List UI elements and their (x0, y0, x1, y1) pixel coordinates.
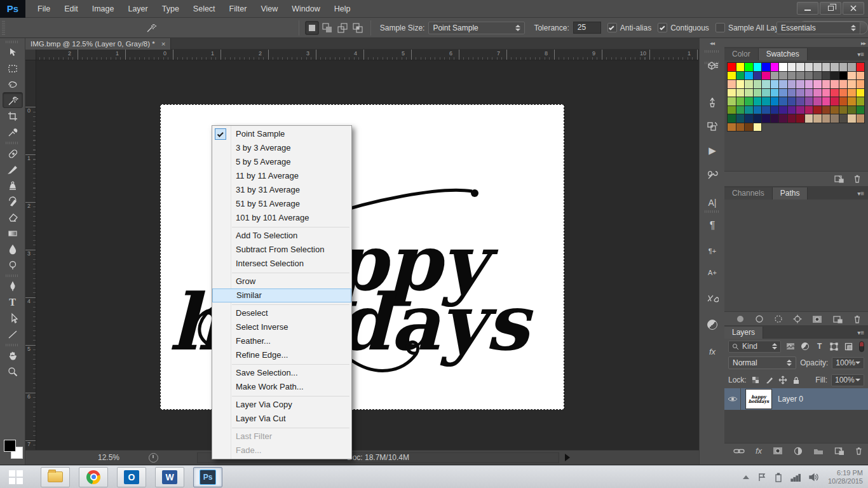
dodge-tool[interactable] (3, 257, 23, 273)
panel-menu-icon[interactable]: ▾≡ (857, 51, 864, 58)
tab-swatches[interactable]: Swatches (759, 48, 808, 60)
new-group-icon[interactable] (813, 447, 824, 455)
color-swatch[interactable] (762, 63, 770, 71)
color-swatch[interactable] (788, 72, 796, 80)
horizontal-ruler[interactable]: 210123456789101 (25, 50, 699, 60)
layer-row[interactable]: happy holidays Layer 0 (724, 388, 868, 410)
sample-size-dropdown[interactable]: Point Sample (428, 22, 525, 34)
clone-source-panel-icon[interactable] (703, 118, 721, 135)
add-selection-mode-icon[interactable] (320, 21, 334, 35)
action-center-flag-icon[interactable] (757, 473, 766, 482)
color-swatch[interactable] (796, 97, 804, 105)
color-swatch[interactable] (822, 97, 831, 105)
context-menu-item-subtract-from-selection[interactable]: Subtract From Selection (212, 243, 351, 257)
color-swatch[interactable] (822, 114, 831, 123)
color-swatch[interactable] (813, 89, 822, 97)
color-swatch[interactable] (839, 97, 848, 105)
color-swatch[interactable] (788, 80, 796, 88)
fill-path-icon[interactable] (736, 315, 745, 323)
color-swatch[interactable] (831, 80, 839, 88)
hand-tool[interactable] (3, 348, 23, 363)
word-button[interactable]: W (155, 467, 184, 487)
color-swatch[interactable] (839, 63, 848, 71)
character-styles-panel-icon[interactable]: A+ (703, 264, 721, 281)
tab-close-icon[interactable]: × (161, 38, 166, 50)
layer-filter-toggle[interactable] (859, 341, 864, 352)
color-swatch[interactable] (848, 80, 856, 88)
sample-all-layers-checkbox[interactable] (715, 23, 725, 32)
speaker-icon[interactable] (809, 473, 820, 482)
color-swatch[interactable] (745, 63, 753, 71)
expand-dock-icon[interactable]: ▸▸ (861, 40, 865, 46)
shape-tool[interactable] (3, 326, 23, 342)
options-bar-grip[interactable] (2, 21, 5, 35)
context-menu-item-save-selection[interactable]: Save Selection... (212, 366, 351, 380)
lock-transparency-icon[interactable] (750, 375, 761, 385)
color-swatch[interactable] (848, 63, 856, 71)
zoom-level-field[interactable]: 12.5% (98, 453, 119, 462)
color-swatch[interactable] (805, 89, 813, 97)
intersect-selection-mode-icon[interactable] (351, 21, 365, 35)
color-swatch[interactable] (839, 72, 848, 80)
context-menu-item-refine-edge[interactable]: Refine Edge... (212, 348, 351, 362)
color-swatch[interactable] (779, 89, 787, 97)
magic-wand-preset-icon[interactable] (142, 20, 161, 36)
network-signal-icon[interactable] (790, 473, 801, 482)
lock-position-icon[interactable] (778, 375, 788, 385)
color-swatch[interactable] (796, 63, 804, 71)
color-swatch[interactable] (745, 123, 753, 132)
color-swatch[interactable] (848, 97, 856, 105)
color-swatch[interactable] (831, 63, 839, 71)
color-swatch[interactable] (805, 97, 813, 105)
context-menu-item-make-work-path[interactable]: Make Work Path... (212, 380, 351, 394)
color-swatch[interactable] (805, 72, 813, 80)
color-swatch[interactable] (745, 89, 753, 97)
color-swatch[interactable] (857, 63, 865, 71)
vertical-ruler[interactable]: 01234567 (25, 60, 36, 450)
color-swatch[interactable] (857, 114, 865, 123)
fill-dropdown[interactable]: 100% (831, 374, 864, 386)
color-swatch[interactable] (754, 97, 762, 105)
document-tab[interactable]: IMG.bmp @ 12.5% (Layer 0, Gray/8) * × (25, 38, 171, 50)
color-swatch[interactable] (762, 80, 770, 88)
color-swatch[interactable] (736, 123, 745, 132)
delete-swatch-icon[interactable] (853, 174, 862, 183)
color-swatch[interactable] (779, 97, 787, 105)
color-swatch[interactable] (831, 114, 839, 123)
color-swatch[interactable] (728, 106, 736, 114)
color-swatch[interactable] (788, 63, 796, 71)
adjustments-panel-icon[interactable] (703, 316, 721, 333)
color-swatch[interactable] (745, 114, 753, 123)
color-swatch[interactable] (745, 72, 753, 80)
color-swatch[interactable] (762, 114, 770, 123)
color-swatch[interactable] (805, 63, 813, 71)
color-swatch[interactable] (822, 80, 831, 88)
color-swatch[interactable] (857, 106, 865, 114)
color-swatch[interactable] (736, 80, 745, 88)
selection-as-path-icon[interactable] (793, 315, 802, 323)
color-swatch[interactable] (796, 89, 804, 97)
paragraph-styles-panel-icon[interactable]: ¶+ (703, 243, 721, 259)
color-swatch[interactable] (822, 63, 831, 71)
color-swatch[interactable] (762, 72, 770, 80)
styles-panel-icon[interactable]: fx (703, 343, 721, 360)
color-swatch[interactable] (839, 114, 848, 123)
color-swatch[interactable] (796, 106, 804, 114)
character-panel-icon[interactable]: A| (703, 194, 721, 211)
minimize-button[interactable] (797, 2, 818, 15)
filter-kind-dropdown[interactable]: Kind (728, 341, 781, 353)
color-swatch[interactable] (813, 63, 822, 71)
color-swatch[interactable] (796, 72, 804, 80)
start-button[interactable] (0, 466, 32, 488)
context-menu-item-grow[interactable]: Grow (212, 274, 351, 288)
context-menu-item-101-by-101-average[interactable]: 101 by 101 Average (212, 211, 351, 225)
color-swatch[interactable] (796, 80, 804, 88)
color-swatch[interactable] (736, 72, 745, 80)
color-swatch[interactable] (822, 89, 831, 97)
move-tool[interactable] (3, 44, 23, 60)
color-swatch[interactable] (813, 80, 822, 88)
color-swatch[interactable] (779, 80, 787, 88)
zoom-tool[interactable] (3, 363, 23, 379)
path-selection-tool[interactable] (3, 310, 23, 326)
menu-filter[interactable]: Filter (222, 0, 254, 18)
